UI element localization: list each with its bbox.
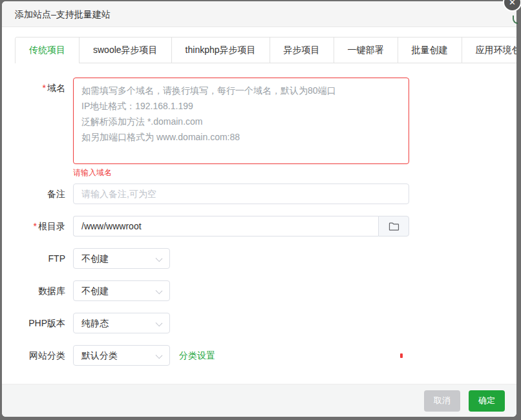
domain-placeholder-line: 如另加端口格式为 www.domain.com:88: [81, 129, 401, 145]
confirm-button[interactable]: 确定: [469, 390, 505, 412]
database-select-value: 不创建: [81, 286, 109, 296]
tab-batch-create[interactable]: 批量创建: [398, 37, 462, 63]
tab-one-click-deploy[interactable]: 一键部署: [334, 37, 398, 63]
site-category-select[interactable]: 默认分类: [73, 345, 170, 366]
add-site-form: *域名 如需填写多个域名，请换行填写，每行一个域名，默认为80端口 IP地址格式…: [15, 78, 504, 366]
root-dir-row: *根目录: [15, 216, 504, 236]
domain-placeholder-line: IP地址格式：192.168.1.199: [81, 98, 401, 114]
dialog-footer: 取消 确定: [2, 384, 516, 417]
tab-bar: 传统项目 swoole异步项目 thinkphp异步项目 异步项目 一键部署 批…: [15, 37, 516, 63]
root-dir-input[interactable]: [73, 216, 378, 236]
tab-app-env-package[interactable]: 应用环境包: [462, 37, 516, 63]
add-site-dialog: 添加站点–支持批量建站 传统项目 swoole异步项目 thinkphp异步项目…: [2, 1, 516, 417]
remark-label: 备注: [15, 184, 73, 204]
ftp-label: FTP: [15, 248, 73, 269]
chevron-down-icon: [156, 352, 163, 359]
domain-placeholder-line: 如需填写多个域名，请换行填写，每行一个域名，默认为80端口: [81, 83, 401, 98]
browse-folder-button[interactable]: [378, 216, 409, 236]
required-mark: *: [34, 221, 37, 231]
domain-label: *域名: [15, 78, 73, 178]
tab-async-project[interactable]: 异步项目: [270, 37, 334, 63]
database-select[interactable]: 不创建: [73, 280, 170, 301]
tab-thinkphp-async-project[interactable]: thinkphp异步项目: [171, 37, 270, 63]
tab-swoole-async-project[interactable]: swoole异步项目: [79, 37, 171, 63]
remark-row: 备注: [15, 184, 504, 204]
dialog-title: 添加站点–支持批量建站: [2, 1, 516, 27]
site-category-select-value: 默认分类: [81, 350, 118, 361]
remark-input[interactable]: [73, 184, 409, 204]
ftp-select[interactable]: 不创建: [73, 248, 170, 269]
category-settings-link[interactable]: 分类设置: [179, 345, 215, 366]
chevron-down-icon: [156, 255, 163, 262]
dialog-body: 传统项目 swoole异步项目 thinkphp异步项目 异步项目 一键部署 批…: [2, 27, 516, 384]
ftp-select-value: 不创建: [81, 253, 109, 264]
cancel-button[interactable]: 取消: [424, 390, 460, 412]
tab-traditional-project[interactable]: 传统项目: [16, 37, 79, 63]
site-category-label: 网站分类: [15, 345, 73, 366]
database-label: 数据库: [15, 280, 73, 301]
root-dir-label: *根目录: [15, 216, 73, 236]
chevron-down-icon: [156, 320, 163, 327]
database-row: 数据库 不创建: [15, 280, 504, 301]
php-version-label: PHP版本: [15, 313, 73, 333]
site-category-row: 网站分类 默认分类 分类设置: [15, 345, 504, 366]
chevron-down-icon: [156, 288, 163, 295]
php-version-row: PHP版本 纯静态: [15, 313, 504, 333]
ftp-row: FTP 不创建: [15, 248, 504, 269]
php-version-select-value: 纯静态: [81, 318, 109, 328]
red-artifact-dot: [400, 353, 403, 358]
php-version-select[interactable]: 纯静态: [73, 313, 170, 333]
required-mark: *: [43, 83, 46, 93]
domain-placeholder-line: 泛解析添加方法 *.domain.com: [81, 114, 401, 129]
domain-error-text: 请输入域名: [73, 167, 409, 178]
domain-textarea[interactable]: 如需填写多个域名，请换行填写，每行一个域名，默认为80端口 IP地址格式：192…: [73, 78, 409, 164]
folder-icon: [388, 222, 399, 231]
domain-row: *域名 如需填写多个域名，请换行填写，每行一个域名，默认为80端口 IP地址格式…: [15, 78, 504, 178]
